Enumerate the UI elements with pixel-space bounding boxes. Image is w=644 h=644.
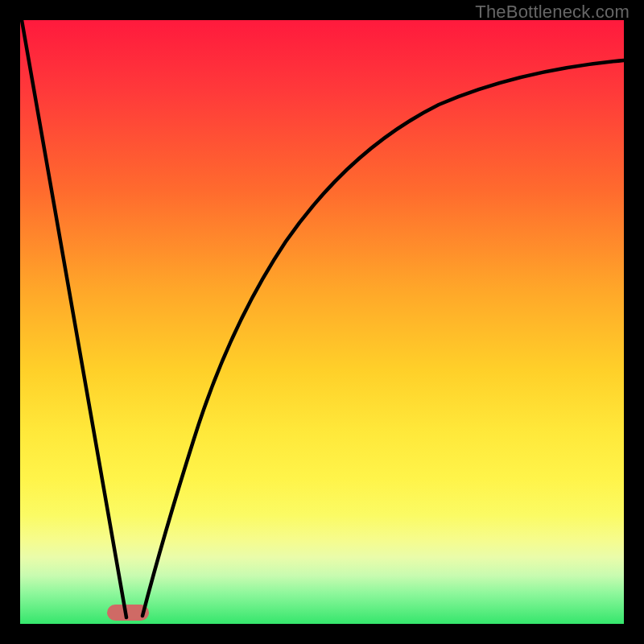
chart-frame: TheBottleneck.com xyxy=(0,0,644,644)
bottleneck-curve xyxy=(20,20,624,624)
watermark-text: TheBottleneck.com xyxy=(475,2,630,23)
curve-left-descent xyxy=(22,20,126,617)
plot-area xyxy=(20,20,624,624)
curve-right-ascent xyxy=(142,60,624,616)
